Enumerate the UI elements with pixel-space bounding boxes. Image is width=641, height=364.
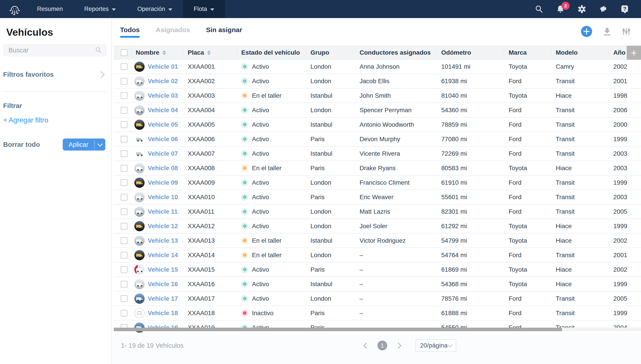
vehicle-name-link[interactable]: Vehicle 18 (148, 310, 178, 317)
add-vehicle-button[interactable] (581, 26, 592, 37)
cell-status: En el taller (237, 92, 306, 99)
row-checkbox[interactable] (121, 194, 128, 200)
vehicle-name-link[interactable]: Vehicle 03 (148, 92, 178, 99)
table-row[interactable]: Vehicle 08XXAA008En el tallerParisDrake … (114, 161, 641, 176)
tab-sin-asignar[interactable]: Sin asignar (206, 26, 242, 38)
vehicle-name-link[interactable]: Vehicle 10 (148, 194, 178, 201)
app-logo[interactable] (3, 0, 26, 18)
vehicle-name-link[interactable]: Vehicle 02 (148, 78, 178, 85)
vehicle-name-link[interactable]: Vehicle 13 (148, 237, 178, 244)
table-row[interactable]: Vehicle 12XXAA012ActivoLondonJoel Soler6… (114, 219, 641, 234)
table-row[interactable]: Vehicle 17XXAA017ActivoLondon–78576 miFo… (114, 292, 641, 306)
add-filter-link[interactable]: + Agregar filtro (3, 116, 111, 124)
row-checkbox[interactable] (121, 121, 128, 128)
search-icon[interactable] (534, 4, 544, 14)
vehicle-name-link[interactable]: Vehicle 14 (148, 252, 178, 259)
row-checkbox[interactable] (121, 179, 128, 186)
cell-select (114, 78, 131, 84)
favorite-filters-row[interactable]: Filtros favoritos (3, 71, 104, 78)
vehicle-name-link[interactable]: Vehicle 06 (148, 136, 178, 143)
vehicle-name-link[interactable]: Vehicle 04 (148, 106, 178, 114)
apply-dropdown-toggle[interactable] (95, 138, 105, 150)
row-checkbox[interactable] (121, 63, 128, 70)
row-checkbox[interactable] (121, 107, 128, 114)
vehicle-name-link[interactable]: Vehicle 09 (148, 179, 178, 186)
clear-all-link[interactable]: Borrar todo (3, 141, 40, 148)
nav-item-operación[interactable]: Operación (127, 0, 183, 18)
sort-icon[interactable] (207, 50, 211, 55)
row-checkbox[interactable] (121, 165, 128, 172)
table-row[interactable]: Vehicle 13XXAA013En el tallerIstanbulVic… (114, 234, 641, 248)
help-icon[interactable]: ? (620, 4, 629, 14)
column-header-nombre[interactable]: Nombre (131, 46, 183, 59)
row-checkbox[interactable] (121, 150, 128, 157)
table-row[interactable]: Vehicle 02XXAA002ActivoLondonJacob Ellis… (114, 74, 641, 88)
table-row[interactable]: Vehicle 14XXAA014En el tallerLondon–5476… (114, 248, 641, 262)
table-row[interactable]: Vehicle 07XXAA007ActivoIstanbulVicente R… (114, 146, 641, 161)
row-checkbox[interactable] (121, 237, 128, 244)
row-checkbox[interactable] (121, 310, 128, 316)
announcements-megaphone-icon[interactable] (598, 4, 608, 14)
vehicle-name-link[interactable]: Vehicle 05 (148, 121, 178, 128)
vehicle-name-link[interactable]: Vehicle 16 (148, 280, 178, 288)
table-row[interactable]: Vehicle 10XXAA010ActivoParisEric Weaver5… (114, 190, 641, 204)
table-row[interactable]: Vehicle 03XXAA003En el tallerIstanbulJoh… (114, 88, 641, 103)
vehicle-name-link[interactable]: Vehicle 07 (148, 150, 178, 157)
table-row[interactable]: Vehicle 06XXAA006ActivoParisDevon Murphy… (114, 132, 641, 146)
vehicle-name-link[interactable]: Vehicle 15 (148, 266, 178, 273)
horizontal-scrollbar-thumb[interactable] (114, 328, 562, 331)
nav-item-label: Reportes (84, 6, 109, 12)
row-checkbox[interactable] (121, 281, 128, 288)
search-input[interactable] (8, 46, 95, 54)
column-settings-sliders-icon[interactable] (622, 27, 631, 36)
table-row[interactable]: Vehicle 11XXAA011ActivoLondonMatt Lazris… (114, 204, 641, 219)
status-label: Activo (252, 179, 269, 186)
sidebar-search-box[interactable] (3, 44, 107, 56)
horizontal-scrollbar-track[interactable] (114, 328, 641, 331)
row-checkbox[interactable] (121, 136, 128, 142)
nav-item-resumen[interactable]: Resumen (26, 0, 74, 18)
vehicle-name-link[interactable]: Vehicle 01 (148, 63, 178, 70)
vehicle-name-link[interactable]: Vehicle 11 (148, 208, 178, 215)
cell-select (114, 310, 131, 316)
table-row[interactable]: Vehicle 18XXAA018InactivoParis–61888 miF… (114, 306, 641, 320)
table-row[interactable]: Vehicle 15XXAA015ActivoParis–61869 miToy… (114, 262, 641, 277)
cell-name: Vehicle 01 (131, 62, 183, 72)
row-checkbox[interactable] (121, 266, 128, 273)
row-checkbox[interactable] (121, 295, 128, 302)
cell-make: Ford (504, 78, 551, 85)
next-page-icon[interactable] (395, 342, 401, 348)
table-row[interactable]: Vehicle 09XXAA009ActivoLondonFrancisco C… (114, 176, 641, 190)
sort-icon[interactable] (163, 50, 166, 55)
row-checkbox[interactable] (121, 252, 128, 258)
table-row[interactable]: Vehicle 16XXAA016ActivoIstanbul–54368 mi… (114, 277, 641, 292)
row-checkbox[interactable] (121, 208, 128, 215)
column-header-label: Grupo (310, 49, 329, 56)
apply-split-button[interactable]: Aplicar (63, 138, 105, 150)
select-all-checkbox[interactable] (121, 49, 128, 56)
settings-gear-icon[interactable] (577, 4, 586, 14)
apply-button-label[interactable]: Aplicar (63, 138, 94, 150)
table-row[interactable]: Vehicle 05XXAA005ActivoIstanbulAntonio W… (114, 118, 641, 132)
table-row[interactable]: Vehicle 04XXAA004ActivoLondonSpencer Per… (114, 103, 641, 118)
add-column-button[interactable]: + (627, 46, 641, 60)
previous-page-icon[interactable] (363, 342, 369, 348)
search-icon (95, 47, 102, 54)
row-checkbox[interactable] (121, 92, 128, 99)
notifications-bell-icon[interactable]: 2 (556, 4, 565, 14)
download-export-icon[interactable] (603, 27, 611, 36)
tab-asignados[interactable]: Asignados (156, 26, 190, 38)
vehicle-name-link[interactable]: Vehicle 08 (148, 164, 178, 172)
current-page-button[interactable]: 1 (377, 340, 387, 350)
page-size-select[interactable]: 20/página (416, 339, 456, 352)
vehicle-name-link[interactable]: Vehicle 12 (148, 222, 178, 230)
column-header-placa[interactable]: Placa (183, 46, 237, 59)
vehicle-thumbnail (134, 206, 145, 217)
nav-item-reportes[interactable]: Reportes (74, 0, 127, 18)
nav-item-flota[interactable]: Flota (183, 0, 225, 18)
table-row[interactable]: Vehicle 01XXAA001ActivoLondonAnna Johnso… (114, 60, 641, 74)
row-checkbox[interactable] (121, 223, 128, 230)
row-checkbox[interactable] (121, 78, 128, 84)
tab-todos[interactable]: Todos (120, 26, 140, 38)
vehicle-name-link[interactable]: Vehicle 17 (148, 295, 178, 302)
